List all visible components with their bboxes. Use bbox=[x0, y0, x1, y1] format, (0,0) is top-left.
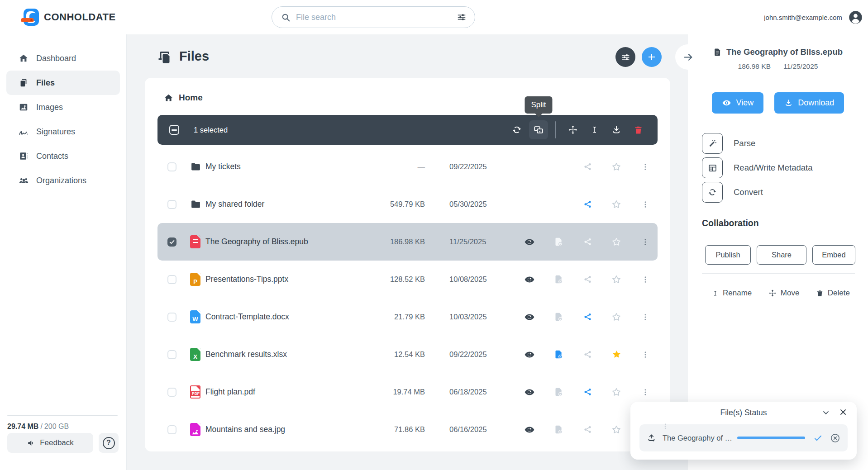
star-icon[interactable] bbox=[610, 161, 622, 173]
row-checkbox[interactable] bbox=[167, 162, 176, 171]
star-icon[interactable] bbox=[610, 274, 622, 285]
file-row-my-shared-folder[interactable]: My shared folder 549.79 KB 05/30/2025 bbox=[157, 185, 658, 223]
view-eye-icon[interactable] bbox=[524, 311, 535, 323]
star-icon[interactable] bbox=[610, 199, 622, 210]
convert-tool[interactable]: Convert bbox=[702, 182, 859, 203]
view-eye-icon[interactable] bbox=[524, 424, 535, 436]
brand-name: CONHOLDATE bbox=[44, 11, 116, 23]
rename-tool-button[interactable] bbox=[585, 120, 604, 139]
list-settings-button[interactable] bbox=[615, 47, 635, 67]
view-eye-icon[interactable] bbox=[524, 386, 535, 398]
search-bar[interactable] bbox=[272, 6, 475, 28]
view-eye-icon[interactable] bbox=[524, 274, 535, 285]
user-avatar[interactable] bbox=[849, 10, 863, 24]
add-file-button[interactable] bbox=[642, 47, 662, 67]
kebab-menu-icon[interactable] bbox=[639, 311, 651, 323]
share-icon[interactable] bbox=[582, 199, 593, 210]
help-button[interactable]: ? bbox=[99, 433, 119, 453]
view-eye-icon[interactable] bbox=[524, 236, 535, 248]
image-icon bbox=[18, 102, 29, 112]
file-row-benchmark-results[interactable]: X Benchmark results.xlsx 12.54 KB 09/22/… bbox=[157, 336, 658, 373]
question-icon: ? bbox=[103, 437, 115, 449]
move-icon bbox=[768, 289, 777, 297]
panel-divider bbox=[702, 273, 855, 274]
sidebar-item-signatures[interactable]: Signatures bbox=[6, 119, 120, 144]
file-row-geography-of-bliss[interactable]: The Geography of Bliss.epub 186.98 KB 11… bbox=[157, 223, 658, 261]
star-icon[interactable] bbox=[610, 236, 622, 248]
kebab-menu-icon[interactable] bbox=[639, 349, 651, 361]
delete-tool-button[interactable] bbox=[629, 120, 648, 139]
share-icon[interactable] bbox=[582, 161, 593, 173]
share-button[interactable]: Share bbox=[757, 245, 806, 265]
sidebar-item-dashboard[interactable]: Dashboard bbox=[6, 46, 120, 71]
file-check-icon[interactable] bbox=[553, 386, 564, 398]
kebab-menu-icon[interactable] bbox=[639, 274, 651, 285]
file-row-flight-plan[interactable]: PDF Flight plan.pdf 19.74 MB 06/18/2025 bbox=[157, 373, 658, 411]
file-row-my-tickets[interactable]: My tickets — 09/22/2025 bbox=[157, 148, 658, 185]
share-icon[interactable] bbox=[582, 274, 593, 285]
delete-action[interactable]: Delete bbox=[816, 289, 850, 298]
star-icon[interactable] bbox=[610, 424, 622, 436]
file-check-icon[interactable] bbox=[553, 236, 564, 248]
move-tool-button[interactable] bbox=[563, 120, 582, 139]
copy-icon bbox=[18, 78, 29, 88]
rename-action[interactable]: Rename bbox=[712, 289, 752, 298]
row-checkbox[interactable] bbox=[167, 200, 176, 209]
select-all-checkbox[interactable] bbox=[169, 125, 179, 135]
status-item-name: The Geography of Bli... bbox=[663, 434, 737, 442]
convert-tool-button[interactable] bbox=[507, 120, 526, 139]
file-check-icon[interactable] bbox=[553, 424, 564, 436]
chevron-down-icon[interactable] bbox=[821, 408, 830, 417]
view-button[interactable]: View bbox=[712, 92, 764, 114]
kebab-menu-icon[interactable] bbox=[639, 161, 651, 173]
row-checkbox[interactable] bbox=[167, 313, 176, 322]
sidebar-item-contacts[interactable]: Contacts bbox=[6, 144, 120, 168]
breadcrumb[interactable]: Home bbox=[164, 90, 203, 106]
file-row-contract-template[interactable]: W Contract-Template.docx 21.79 KB 10/03/… bbox=[157, 298, 658, 336]
row-checkbox[interactable] bbox=[167, 388, 176, 397]
sidebar: Dashboard Files Images Signatures Contac… bbox=[0, 34, 127, 470]
row-checkbox[interactable] bbox=[167, 425, 176, 434]
view-eye-icon[interactable] bbox=[524, 349, 535, 361]
download-tool-button[interactable] bbox=[607, 120, 626, 139]
file-check-icon[interactable] bbox=[553, 274, 564, 285]
star-icon[interactable] bbox=[610, 311, 622, 323]
embed-button[interactable]: Embed bbox=[812, 245, 855, 265]
sidebar-item-images[interactable]: Images bbox=[6, 95, 120, 119]
share-icon[interactable] bbox=[582, 386, 593, 398]
metadata-tool[interactable]: Read/Write Metadata bbox=[702, 157, 859, 178]
close-icon[interactable] bbox=[839, 408, 848, 417]
share-icon[interactable] bbox=[582, 311, 593, 323]
feedback-button[interactable]: Feedback bbox=[7, 433, 93, 453]
eye-icon bbox=[722, 98, 731, 108]
share-icon[interactable] bbox=[582, 236, 593, 248]
user-email: john.smith@example.com bbox=[764, 14, 842, 21]
share-icon[interactable] bbox=[582, 349, 593, 361]
kebab-menu-icon[interactable] bbox=[639, 199, 651, 210]
file-row-mountains-and-sea[interactable]: Mountains and sea.jpg 71.86 KB 06/16/202… bbox=[157, 411, 658, 448]
split-tool-button[interactable]: Split bbox=[529, 120, 548, 139]
brand-logo[interactable]: CONHOLDATE bbox=[22, 8, 116, 26]
download-button[interactable]: Download bbox=[774, 92, 844, 114]
row-checkbox-checked[interactable] bbox=[167, 237, 176, 247]
row-checkbox[interactable] bbox=[167, 275, 176, 284]
toolbar-divider bbox=[555, 121, 556, 138]
file-row-presentations-tips[interactable]: P Presentations-Tips.pptx 128.52 KB 10/0… bbox=[157, 261, 658, 298]
publish-button[interactable]: Publish bbox=[705, 245, 751, 265]
file-check-icon[interactable] bbox=[553, 349, 564, 361]
kebab-menu-icon[interactable] bbox=[639, 236, 651, 248]
sidebar-item-files[interactable]: Files bbox=[6, 71, 120, 95]
share-icon[interactable] bbox=[582, 424, 593, 436]
star-icon[interactable] bbox=[610, 386, 622, 398]
kebab-menu-icon[interactable] bbox=[639, 386, 651, 398]
signature-icon bbox=[18, 127, 29, 137]
parse-tool[interactable]: Parse bbox=[702, 133, 859, 154]
file-check-icon[interactable] bbox=[553, 311, 564, 323]
sidebar-item-organizations[interactable]: Organizations bbox=[6, 168, 120, 193]
move-action[interactable]: Move bbox=[768, 289, 800, 298]
star-icon-favorite[interactable] bbox=[610, 349, 622, 361]
search-filter-icon[interactable] bbox=[457, 12, 467, 22]
row-checkbox[interactable] bbox=[167, 350, 176, 359]
cancel-circle-icon[interactable] bbox=[830, 433, 840, 443]
search-input[interactable] bbox=[296, 13, 457, 22]
